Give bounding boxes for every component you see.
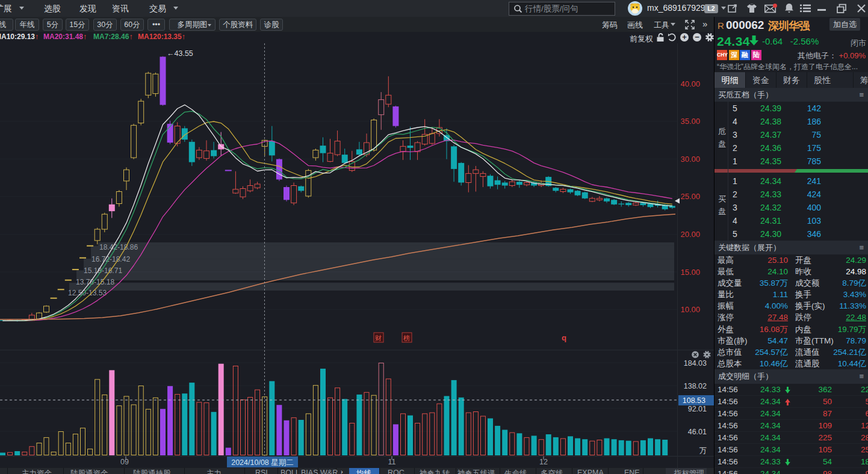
svg-text:12.50-13.53: 12.50-13.53 <box>68 289 107 297</box>
svg-text:20.00: 20.00 <box>680 230 700 239</box>
svg-text:138.02: 138.02 <box>684 382 707 390</box>
svg-text:10.00: 10.00 <box>680 305 700 314</box>
svg-text:09: 09 <box>120 458 129 466</box>
svg-text:q: q <box>562 333 566 342</box>
svg-text:12: 12 <box>539 458 548 466</box>
svg-text:2024/10/08 星期二: 2024/10/08 星期二 <box>231 458 294 467</box>
svg-text:30.00: 30.00 <box>680 155 700 164</box>
svg-text:46.01: 46.01 <box>688 428 707 436</box>
svg-text:18.42-18.86: 18.42-18.86 <box>99 243 138 251</box>
svg-text:184.03: 184.03 <box>684 359 707 368</box>
svg-text:财: 财 <box>375 334 382 342</box>
svg-text:榜: 榜 <box>403 334 410 342</box>
svg-text:←43.55: ←43.55 <box>167 49 193 58</box>
svg-text:25.00: 25.00 <box>680 192 700 201</box>
svg-text:40.00: 40.00 <box>680 79 700 88</box>
svg-text:万: 万 <box>699 446 707 455</box>
svg-text:108.53: 108.53 <box>683 396 705 405</box>
svg-text:35.00: 35.00 <box>680 117 700 126</box>
svg-text:15.00: 15.00 <box>680 268 700 277</box>
svg-text:92.01: 92.01 <box>688 405 707 413</box>
svg-text:11: 11 <box>388 458 396 466</box>
